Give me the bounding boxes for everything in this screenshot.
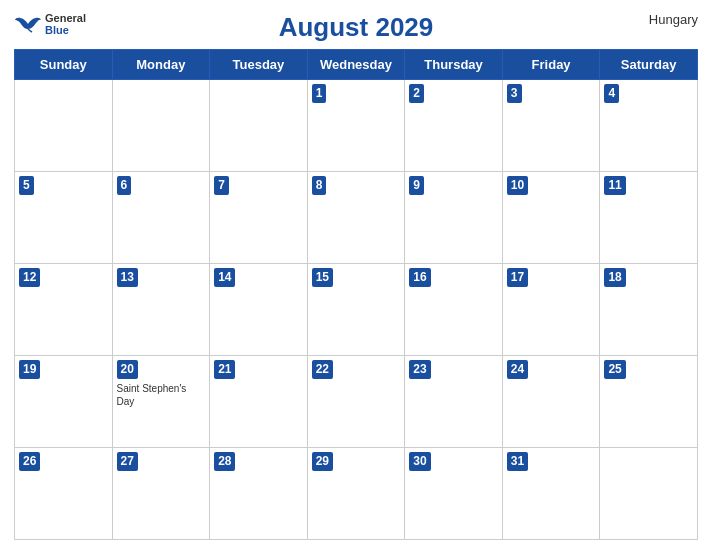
day-number: 9: [409, 176, 424, 195]
day-number: 21: [214, 360, 235, 379]
calendar-day-cell: [210, 80, 308, 172]
calendar-day-cell: 8: [307, 172, 405, 264]
calendar-week-row: 1234: [15, 80, 698, 172]
day-number: 4: [604, 84, 619, 103]
calendar-title: August 2029: [279, 12, 434, 43]
day-number: 19: [19, 360, 40, 379]
day-number: 23: [409, 360, 430, 379]
calendar-day-cell: 31: [502, 448, 600, 540]
day-number: 24: [507, 360, 528, 379]
calendar-day-cell: 10: [502, 172, 600, 264]
day-number: 8: [312, 176, 327, 195]
day-number: 27: [117, 452, 138, 471]
header-friday: Friday: [502, 50, 600, 80]
calendar-day-cell: 19: [15, 356, 113, 448]
day-number: 12: [19, 268, 40, 287]
calendar-day-cell: 13: [112, 264, 210, 356]
calendar-day-cell: 28: [210, 448, 308, 540]
calendar-day-cell: 12: [15, 264, 113, 356]
day-number: 10: [507, 176, 528, 195]
logo-bird-icon: [14, 15, 42, 33]
weekday-header-row: Sunday Monday Tuesday Wednesday Thursday…: [15, 50, 698, 80]
calendar-day-cell: 7: [210, 172, 308, 264]
day-number: 28: [214, 452, 235, 471]
day-number: 7: [214, 176, 229, 195]
day-number: 16: [409, 268, 430, 287]
logo-text-general: General: [45, 12, 86, 24]
day-number: 6: [117, 176, 132, 195]
calendar-day-cell: 3: [502, 80, 600, 172]
day-number: 2: [409, 84, 424, 103]
calendar-week-row: 1920Saint Stephen's Day2122232425: [15, 356, 698, 448]
country-label: Hungary: [649, 12, 698, 27]
day-number: 14: [214, 268, 235, 287]
day-number: 22: [312, 360, 333, 379]
calendar-week-row: 262728293031: [15, 448, 698, 540]
calendar-day-cell: 9: [405, 172, 503, 264]
calendar-day-cell: 15: [307, 264, 405, 356]
header-sunday: Sunday: [15, 50, 113, 80]
calendar-day-cell: 26: [15, 448, 113, 540]
logo-text-blue: Blue: [45, 24, 86, 36]
calendar-table: Sunday Monday Tuesday Wednesday Thursday…: [14, 49, 698, 540]
calendar-week-row: 12131415161718: [15, 264, 698, 356]
day-number: 17: [507, 268, 528, 287]
day-number: 25: [604, 360, 625, 379]
calendar-day-cell: 25: [600, 356, 698, 448]
calendar-day-cell: [600, 448, 698, 540]
calendar-page: General Blue August 2029 Hungary Sunday …: [0, 0, 712, 550]
calendar-day-cell: 14: [210, 264, 308, 356]
calendar-day-cell: 17: [502, 264, 600, 356]
day-number: 3: [507, 84, 522, 103]
calendar-day-cell: 2: [405, 80, 503, 172]
day-number: 11: [604, 176, 625, 195]
calendar-day-cell: 20Saint Stephen's Day: [112, 356, 210, 448]
day-number: 15: [312, 268, 333, 287]
day-number: 31: [507, 452, 528, 471]
logo: General Blue: [14, 12, 86, 36]
day-number: 30: [409, 452, 430, 471]
calendar-day-cell: 6: [112, 172, 210, 264]
calendar-day-cell: 22: [307, 356, 405, 448]
calendar-day-cell: 23: [405, 356, 503, 448]
day-number: 26: [19, 452, 40, 471]
calendar-day-cell: 4: [600, 80, 698, 172]
day-number: 18: [604, 268, 625, 287]
day-number: 13: [117, 268, 138, 287]
calendar-header: General Blue August 2029 Hungary: [14, 12, 698, 43]
calendar-day-cell: [15, 80, 113, 172]
calendar-day-cell: 5: [15, 172, 113, 264]
calendar-day-cell: 16: [405, 264, 503, 356]
calendar-day-cell: 27: [112, 448, 210, 540]
calendar-day-cell: 29: [307, 448, 405, 540]
day-number: 29: [312, 452, 333, 471]
calendar-week-row: 567891011: [15, 172, 698, 264]
calendar-day-cell: 21: [210, 356, 308, 448]
day-number: 1: [312, 84, 327, 103]
header-saturday: Saturday: [600, 50, 698, 80]
calendar-day-cell: 18: [600, 264, 698, 356]
day-number: 20: [117, 360, 138, 379]
calendar-day-cell: 1: [307, 80, 405, 172]
header-tuesday: Tuesday: [210, 50, 308, 80]
calendar-event: Saint Stephen's Day: [117, 382, 206, 408]
calendar-day-cell: 11: [600, 172, 698, 264]
calendar-day-cell: [112, 80, 210, 172]
calendar-day-cell: 30: [405, 448, 503, 540]
day-number: 5: [19, 176, 34, 195]
header-monday: Monday: [112, 50, 210, 80]
header-thursday: Thursday: [405, 50, 503, 80]
calendar-day-cell: 24: [502, 356, 600, 448]
header-wednesday: Wednesday: [307, 50, 405, 80]
